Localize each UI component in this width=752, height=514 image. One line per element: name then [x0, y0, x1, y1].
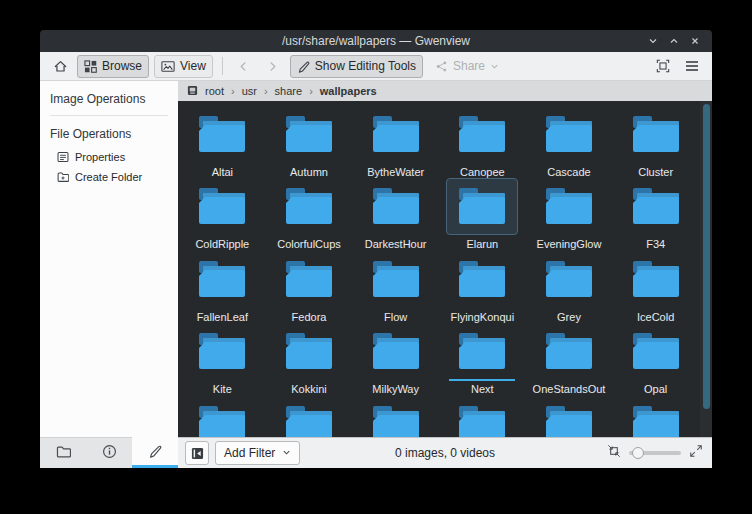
window-controls — [648, 36, 712, 46]
folder-icon — [186, 105, 258, 163]
sidebar-divider — [50, 115, 168, 116]
folder-item[interactable] — [612, 395, 699, 437]
folder-item[interactable]: Autumn — [266, 105, 353, 178]
browse-button[interactable]: Browse — [77, 55, 149, 78]
tab-folders[interactable] — [40, 437, 86, 468]
scrollbar[interactable] — [700, 101, 712, 437]
slider-handle[interactable] — [632, 447, 644, 459]
properties-item[interactable]: Properties — [40, 147, 178, 167]
hamburger-menu-button[interactable] — [680, 55, 704, 77]
folder-item[interactable]: Grey — [526, 250, 613, 323]
folder-item[interactable]: ColorfulCups — [266, 178, 353, 251]
gwenview-window: /usr/share/wallpapers — Gwenview — [40, 30, 712, 468]
folder-icon — [620, 105, 692, 163]
maximize-icon[interactable] — [669, 36, 679, 46]
folder-item[interactable]: Cascade — [526, 105, 613, 178]
folder-label: Cluster — [638, 166, 673, 178]
status-bar: Add Filter 0 images, 0 videos — [178, 437, 712, 468]
folder-item[interactable] — [179, 395, 266, 437]
forward-button[interactable] — [261, 55, 285, 77]
show-editing-tools-label: Show Editing Tools — [315, 59, 416, 73]
folder-item[interactable] — [266, 395, 353, 437]
folder-item[interactable]: Flow — [352, 250, 439, 323]
show-editing-tools-button[interactable]: Show Editing Tools — [290, 55, 423, 78]
folder-label: F34 — [646, 238, 665, 250]
breadcrumb-segment-root[interactable]: root — [205, 85, 224, 97]
folder-item[interactable]: MilkyWay — [352, 323, 439, 396]
folder-item[interactable] — [526, 395, 613, 437]
tab-information[interactable] — [86, 437, 132, 468]
folder-icon — [446, 178, 518, 236]
folder-grid: Altai Autumn BytheWater Ca — [179, 105, 699, 437]
folder-item[interactable] — [352, 395, 439, 437]
share-icon — [435, 60, 448, 73]
folder-label: ColdRipple — [195, 238, 249, 250]
folder-icon — [273, 323, 345, 381]
thumbnail-size-slider[interactable] — [629, 451, 681, 455]
share-label: Share — [453, 59, 485, 73]
zoom-fit-icon[interactable] — [607, 444, 621, 462]
folder-item[interactable]: OneStandsOut — [526, 323, 613, 396]
folder-item[interactable]: FallenLeaf — [179, 250, 266, 323]
folder-item[interactable]: EveningGlow — [526, 178, 613, 251]
folder-icon — [273, 178, 345, 236]
folder-item[interactable]: Altai — [179, 105, 266, 178]
folder-item[interactable]: DarkestHour — [352, 178, 439, 251]
folder-icon — [533, 105, 605, 163]
properties-icon — [57, 151, 69, 163]
folder-icon — [620, 323, 692, 381]
close-icon[interactable] — [690, 36, 700, 46]
folder-item[interactable]: Canopee — [439, 105, 526, 178]
folder-label: Canopee — [460, 166, 505, 178]
folder-item[interactable]: Cluster — [612, 105, 699, 178]
folder-icon — [446, 250, 518, 308]
folder-label: Kite — [213, 383, 232, 395]
home-button[interactable] — [48, 55, 72, 77]
folder-item[interactable]: Fedora — [266, 250, 353, 323]
folder-item[interactable]: Opal — [612, 323, 699, 396]
folder-item[interactable]: IceCold — [612, 250, 699, 323]
folder-label: Next — [471, 383, 494, 395]
folder-item[interactable] — [439, 395, 526, 437]
create-folder-item[interactable]: Create Folder — [40, 167, 178, 187]
folder-label: Elarun — [466, 238, 498, 250]
folder-label: DarkestHour — [365, 238, 427, 250]
root-device-icon — [187, 85, 198, 98]
share-button[interactable]: Share — [428, 55, 506, 78]
folder-icon — [273, 395, 345, 437]
folder-label: Autumn — [290, 166, 328, 178]
folder-item[interactable]: Kokkini — [266, 323, 353, 396]
folder-item[interactable]: FlyingKonqui — [439, 250, 526, 323]
folder-item[interactable]: F34 — [612, 178, 699, 251]
folder-label: ColorfulCups — [277, 238, 341, 250]
folder-icon — [533, 178, 605, 236]
breadcrumb-segment-usr[interactable]: usr — [242, 85, 257, 97]
tab-operations[interactable] — [132, 437, 178, 468]
folder-icon — [446, 395, 518, 437]
folder-item[interactable]: Elarun — [439, 178, 526, 251]
minimize-icon[interactable] — [648, 36, 658, 46]
breadcrumb-segment-share[interactable]: share — [275, 85, 303, 97]
properties-label: Properties — [75, 151, 125, 163]
folder-icon — [186, 395, 258, 437]
view-button[interactable]: View — [154, 55, 213, 78]
sidebar-toggle-button[interactable] — [185, 441, 209, 465]
thumbnail-view: Altai Autumn BytheWater Ca — [178, 101, 712, 437]
folder-item[interactable]: Kite — [179, 323, 266, 396]
add-filter-button[interactable]: Add Filter — [215, 441, 300, 465]
folder-item[interactable]: BytheWater — [352, 105, 439, 178]
folder-item[interactable]: Next — [439, 323, 526, 396]
chevron-down-icon — [490, 62, 499, 71]
titlebar[interactable]: /usr/share/wallpapers — Gwenview — [40, 30, 712, 52]
scrollbar-handle[interactable] — [703, 104, 710, 409]
back-button[interactable] — [232, 55, 256, 77]
zoom-full-icon[interactable] — [689, 444, 703, 462]
folder-label: Fedora — [292, 311, 327, 323]
breadcrumb-segment-wallpapers[interactable]: wallpapers — [320, 85, 377, 97]
folder-icon — [446, 323, 518, 381]
folder-icon — [533, 250, 605, 308]
add-filter-label: Add Filter — [224, 446, 275, 460]
folder-item[interactable]: ColdRipple — [179, 178, 266, 251]
fullscreen-button[interactable] — [651, 55, 675, 77]
folder-icon — [186, 323, 258, 381]
